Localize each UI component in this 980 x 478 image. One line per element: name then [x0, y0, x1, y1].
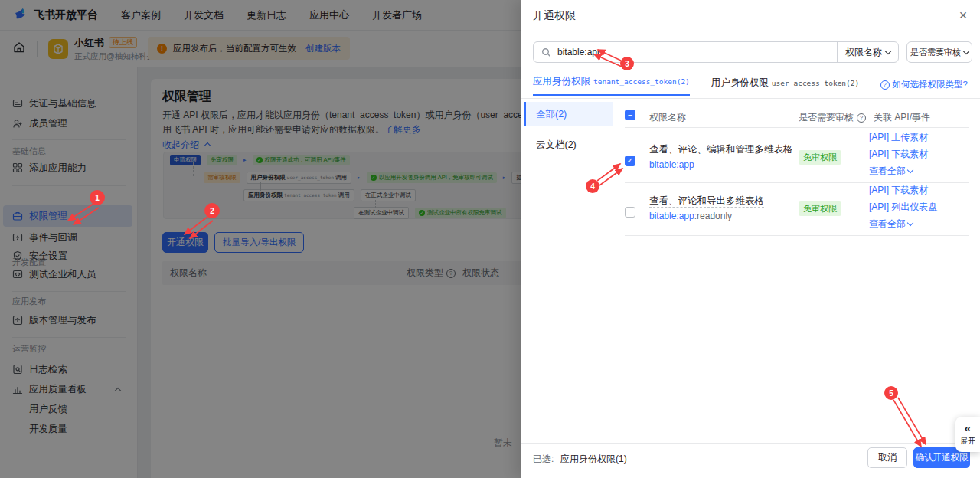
permission-title: 查看、评论、编辑和管理多维表格 [649, 143, 793, 156]
tab-token: tenant_access_token(2) [593, 77, 690, 86]
help-link-label: 如何选择权限类型? [893, 79, 968, 90]
col-permission-name: 权限名称 [649, 111, 686, 124]
tab-tenant-token[interactable]: 应用身份权限 tenant_access_token(2) [533, 75, 690, 96]
col-need-review: 是否需要审核 [799, 111, 866, 124]
token-tabs: 应用身份权限 tenant_access_token(2) 用户身份权限 use… [533, 75, 859, 96]
category-cloud-docs[interactable]: 云文档(2) [524, 133, 612, 157]
divider [625, 235, 969, 236]
divider [521, 98, 980, 99]
col-related-api: 关联 API/事件 [874, 111, 930, 124]
permission-type-help-link[interactable]: 如何选择权限类型? [880, 79, 968, 90]
permission-search-box: 权限名称 [533, 41, 899, 63]
search-input[interactable] [557, 47, 787, 57]
help-icon[interactable] [857, 113, 866, 123]
free-review-badge: 免审权限 [799, 201, 841, 216]
close-icon[interactable] [954, 6, 972, 25]
permission-scope: bitable:app [649, 159, 694, 170]
category-all[interactable]: 全部(2) [524, 102, 612, 126]
api-link-download-media[interactable]: [API] 下载素材 [869, 148, 928, 161]
review-filter-label: 是否需要审核 [910, 47, 961, 58]
tab-label: 用户身份权限 [711, 77, 769, 90]
review-filter-dropdown[interactable]: 是否需要审核 [906, 41, 972, 63]
cancel-button[interactable]: 取消 [867, 447, 907, 468]
row-checkbox-bitable-app[interactable] [625, 156, 635, 166]
divider [521, 31, 980, 31]
free-review-badge: 免审权限 [799, 150, 841, 165]
api-link-download-media[interactable]: [API] 下载素材 [869, 184, 928, 197]
chevron-down-icon [963, 48, 969, 54]
chevron-down-icon [885, 48, 891, 54]
search-icon [541, 47, 551, 57]
selected-value: 应用身份权限(1) [560, 453, 627, 466]
divider [625, 182, 969, 183]
expand-label: 展开 [960, 436, 975, 447]
chevron-down-icon [907, 220, 913, 226]
row-checkbox-bitable-app-readonly[interactable] [625, 207, 635, 218]
question-icon [880, 80, 890, 90]
select-all-checkbox[interactable] [625, 110, 635, 120]
double-chevron-left-icon [965, 423, 971, 434]
permission-title: 查看、评论和导出多维表格 [649, 195, 764, 208]
tab-label: 应用身份权限 [533, 75, 590, 88]
search-field-selector[interactable]: 权限名称 [837, 42, 898, 62]
view-all-link[interactable]: 查看全部 [869, 165, 913, 178]
selected-label: 已选: [533, 453, 554, 466]
chevron-down-icon [907, 167, 913, 173]
permission-scope: bitable:app:readonly [649, 211, 732, 221]
tab-user-token[interactable]: 用户身份权限 user_access_token(2) [711, 77, 859, 96]
api-link-list-dashboards[interactable]: [API] 列出仪表盘 [869, 201, 937, 214]
tab-token: user_access_token(2) [772, 79, 859, 87]
view-all-link[interactable]: 查看全部 [869, 218, 913, 231]
search-field-label: 权限名称 [845, 46, 882, 59]
divider [625, 127, 969, 128]
open-permission-panel: 开通权限 权限名称 是否需要审核 应用身份权限 tenant_access_to… [521, 0, 980, 478]
divider [521, 443, 980, 444]
expand-panel-button[interactable]: 展开 [956, 417, 980, 452]
panel-title: 开通权限 [533, 9, 576, 23]
api-link-upload-media[interactable]: [API] 上传素材 [869, 131, 928, 144]
